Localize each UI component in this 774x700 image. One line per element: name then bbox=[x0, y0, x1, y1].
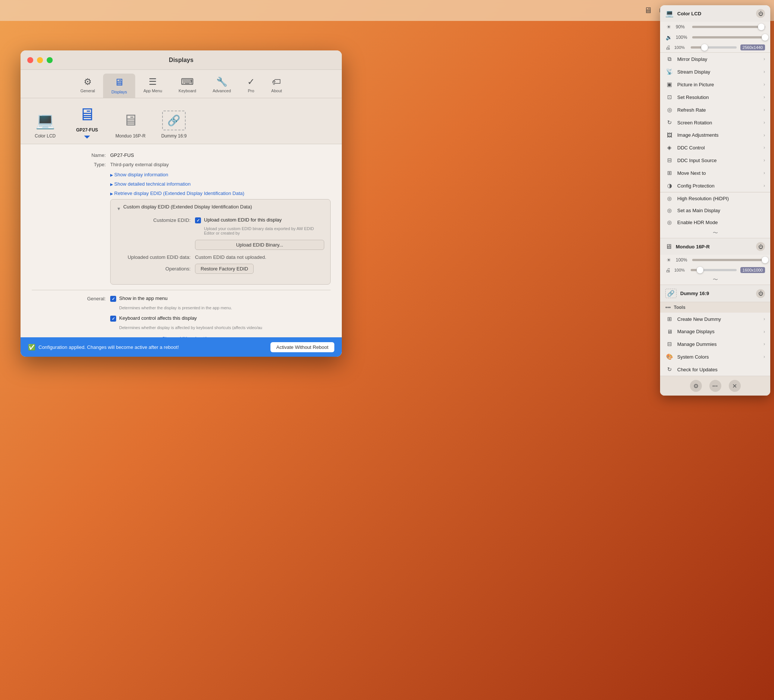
monitor-icon[interactable]: 🖥 bbox=[644, 6, 652, 15]
refresh-rate-icon: ◎ bbox=[665, 106, 673, 113]
brightness-thumb[interactable] bbox=[758, 23, 765, 30]
tab-advanced[interactable]: 🔧 Advanced bbox=[204, 74, 239, 98]
customize-edid-checkbox[interactable] bbox=[195, 217, 201, 223]
menubar: 🖥 ⬡ 🔧 ▐▌ 🔊 ✱ 📶 🔍 bbox=[0, 0, 774, 21]
rp-dummy-power[interactable]: ⏻ bbox=[756, 289, 765, 298]
rp-color-lcd-res-value: 2560x1440 bbox=[740, 45, 765, 50]
show-info-btn[interactable]: Show display information bbox=[110, 171, 168, 178]
notification-bar: ✅ Configuration applied. Changes will be… bbox=[21, 337, 342, 357]
tab-general[interactable]: ⚙ General bbox=[72, 74, 103, 98]
dummy-icon: 🔗 bbox=[162, 111, 186, 131]
tab-appmenu[interactable]: ☰ App Menu bbox=[135, 74, 170, 98]
res-icon: 🖨 bbox=[665, 45, 670, 50]
monduo-brightness-slider[interactable] bbox=[692, 259, 765, 261]
activate-reboot-btn[interactable]: Activate Without Reboot bbox=[270, 342, 334, 352]
set-res-label: Set Resolution bbox=[677, 94, 760, 100]
keyboard-control-desc: Determines whether display is affected b… bbox=[119, 325, 262, 330]
rp-dummy-header: 🔗 Dummy 16:9 ⏻ bbox=[660, 285, 770, 302]
rp-settings-btn[interactable]: ⚙ bbox=[690, 380, 702, 392]
rp-set-resolution[interactable]: ⊡ Set Resolution › bbox=[660, 91, 770, 103]
screen-rotation-label: Screen Rotation bbox=[677, 120, 760, 126]
tab-keyboard-label: Keyboard bbox=[179, 89, 196, 93]
main-window: Displays ⚙ General 🖥 Displays ☰ App Menu… bbox=[21, 50, 342, 357]
hdr-check: ◎ bbox=[665, 219, 673, 225]
volume-slider[interactable] bbox=[692, 36, 765, 38]
rp-monduo-brightness-label: 100% bbox=[676, 257, 688, 263]
rp-check-updates[interactable]: ↻ Check for Updates bbox=[660, 363, 770, 376]
refresh-rate-label: Refresh Rate bbox=[677, 107, 760, 113]
mirror-arrow: › bbox=[764, 56, 765, 62]
customize-edid-checkbox-row: Upload custom EDID for this display bbox=[195, 217, 324, 223]
rp-color-lcd-power[interactable]: ⏻ bbox=[756, 9, 765, 18]
create-dummy-label: Create New Dummy bbox=[677, 316, 760, 322]
set-main-label: Set as Main Display bbox=[677, 208, 765, 213]
move-next-label: Move Next to bbox=[677, 170, 760, 176]
rp-mirror-display[interactable]: ⧉ Mirror Display › bbox=[660, 53, 770, 65]
rp-stream-display[interactable]: 📡 Stream Display › bbox=[660, 65, 770, 78]
image-adj-icon: 🖼 bbox=[665, 132, 673, 138]
tab-displays[interactable]: 🖥 Displays bbox=[103, 74, 135, 98]
titlebar: Displays bbox=[21, 50, 342, 70]
display-item-color-lcd[interactable]: 💻 Color LCD bbox=[32, 109, 59, 139]
rp-ddc-control[interactable]: ◈ DDC Control › bbox=[660, 141, 770, 154]
res-slider[interactable] bbox=[691, 46, 737, 48]
manage-dummies-icon: ⊟ bbox=[665, 341, 673, 348]
hdr-label: Enable HDR Mode bbox=[677, 220, 765, 225]
tab-pro[interactable]: ✓ Pro bbox=[239, 74, 263, 98]
tab-about-label: About bbox=[271, 89, 282, 93]
rp-ddc-input[interactable]: ⊟ DDC Input Source › bbox=[660, 154, 770, 167]
rp-monduo-power[interactable]: ⏻ bbox=[756, 242, 765, 251]
retrieve-edid-btn[interactable]: Retrieve display EDID (Extended Display … bbox=[110, 190, 244, 197]
customize-edid-desc: Upload your custom EDID binary data expo… bbox=[204, 227, 324, 235]
rp-manage-dummies[interactable]: ⊟ Manage Dummies › bbox=[660, 338, 770, 350]
rp-image-adjustments[interactable]: 🖼 Image Adjustments › bbox=[660, 129, 770, 141]
manage-displays-arrow: › bbox=[764, 329, 765, 334]
set-res-icon: ⊡ bbox=[665, 94, 673, 101]
rp-set-main[interactable]: ◎ Set as Main Display bbox=[660, 204, 770, 216]
rp-more-btn[interactable]: ••• bbox=[710, 380, 721, 392]
rp-close-btn[interactable]: ✕ bbox=[729, 380, 741, 392]
maximize-button[interactable] bbox=[47, 57, 53, 63]
show-technical-btn[interactable]: Show detailed technical information bbox=[110, 180, 190, 187]
rp-screen-rotation[interactable]: ↻ Screen Rotation › bbox=[660, 116, 770, 129]
close-button[interactable] bbox=[27, 57, 33, 63]
display-item-dummy[interactable]: 🔗 Dummy 16:9 bbox=[160, 109, 187, 139]
display-item-monduo[interactable]: 🖥 Monduo 16P-R bbox=[116, 109, 146, 139]
rp-system-colors[interactable]: 🎨 System Colors › bbox=[660, 350, 770, 363]
minimize-button[interactable] bbox=[37, 57, 43, 63]
advanced-icon: 🔧 bbox=[216, 76, 228, 87]
keyboard-control-checkbox[interactable] bbox=[110, 316, 116, 322]
screen-rotation-icon: ↻ bbox=[665, 119, 673, 126]
system-colors-icon: 🎨 bbox=[665, 353, 673, 360]
rp-move-next-to[interactable]: ⊞ Move Next to › bbox=[660, 167, 770, 179]
rp-config-protection[interactable]: ◑ Config Protection › bbox=[660, 179, 770, 192]
restore-factory-btn[interactable]: Restore Factory EDID bbox=[195, 264, 254, 274]
rp-tools-section: ••• Tools ⊞ Create New Dummy › 🖥 Manage … bbox=[660, 302, 770, 376]
tab-about[interactable]: 🏷 About bbox=[263, 74, 290, 98]
volume-thumb[interactable] bbox=[762, 34, 768, 41]
rp-create-dummy[interactable]: ⊞ Create New Dummy › bbox=[660, 313, 770, 325]
uploaded-edid-value: Custom EDID data not uploaded. bbox=[195, 254, 266, 260]
tab-keyboard[interactable]: ⌨ Keyboard bbox=[170, 74, 204, 98]
monduo-res-thumb[interactable] bbox=[697, 267, 703, 273]
display-item-gp27-fus[interactable]: 🖥 GP27-FUS bbox=[74, 103, 101, 139]
rp-hdr-mode[interactable]: ◎ Enable HDR Mode bbox=[660, 216, 770, 228]
monduo-brightness-thumb[interactable] bbox=[762, 257, 768, 263]
rp-refresh-rate[interactable]: ◎ Refresh Rate › bbox=[660, 103, 770, 116]
ddc-input-arrow: › bbox=[764, 158, 765, 163]
rp-footer: ⚙ ••• ✕ bbox=[660, 376, 770, 396]
mirror-icon: ⧉ bbox=[665, 56, 673, 62]
tools-text: Tools bbox=[674, 305, 685, 310]
rp-pip[interactable]: ▣ Picture in Picture › bbox=[660, 78, 770, 91]
monduo-res-icon: 🖨 bbox=[665, 267, 670, 273]
brightness-slider[interactable] bbox=[692, 26, 765, 28]
show-appmenu-checkbox[interactable] bbox=[110, 296, 116, 302]
rp-hidpi[interactable]: ◎ High Resolution (HiDPI) bbox=[660, 192, 770, 204]
monduo-res-slider[interactable] bbox=[691, 269, 737, 271]
rp-manage-displays[interactable]: 🖥 Manage Displays › bbox=[660, 325, 770, 338]
name-row: Name: GP27-FUS bbox=[32, 152, 331, 158]
upload-edid-btn[interactable]: Upload EDID Binary... bbox=[195, 240, 324, 250]
ddc-input-label: DDC Input Source bbox=[677, 158, 760, 163]
rp-tools-label: ••• Tools bbox=[660, 302, 770, 313]
hidpi-label: High Resolution (HiDPI) bbox=[677, 196, 765, 201]
